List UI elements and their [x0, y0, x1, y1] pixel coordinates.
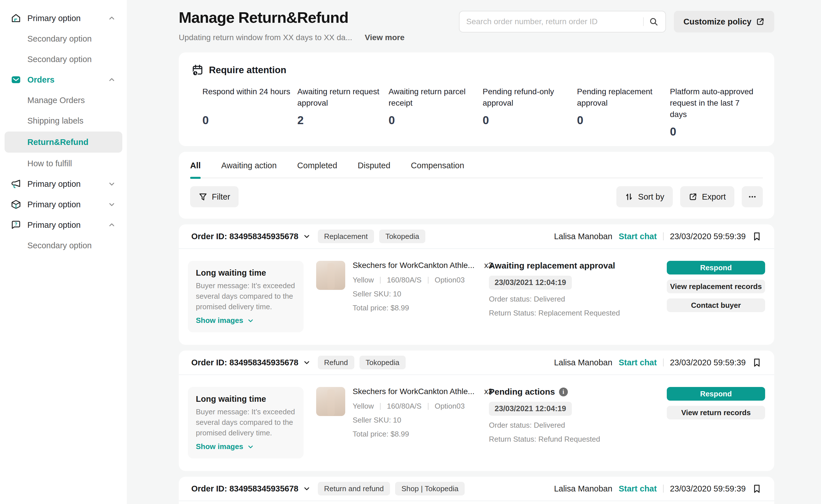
page-title: Manage Return&Refund — [179, 9, 405, 26]
more-actions-button[interactable] — [742, 186, 763, 207]
external-link-icon — [756, 17, 765, 26]
start-chat-link[interactable]: Start chat — [619, 358, 657, 367]
export-icon — [689, 192, 697, 201]
chevron-down-icon — [108, 201, 115, 208]
chat-question-icon: ? — [11, 220, 21, 230]
show-images-link[interactable]: Show images — [196, 442, 296, 451]
announcement-text: Updating return window from XX days to X… — [179, 33, 352, 42]
sidebar-item-how-to-fulfill[interactable]: How to fulfill — [0, 153, 127, 174]
chevron-down-icon — [303, 233, 311, 240]
chevron-down-icon — [108, 180, 115, 188]
search-icon[interactable] — [649, 17, 659, 26]
product-variants: Yellow 160/80A/S Option03 — [353, 402, 493, 411]
chevron-up-icon — [108, 221, 115, 229]
respond-button[interactable]: Respond — [667, 387, 765, 401]
order-card: Order ID: 834958345935678 Return and ref… — [179, 477, 774, 504]
status-title: Pending actions — [489, 387, 555, 397]
contact-buyer-button[interactable]: Contact buyer — [667, 298, 765, 312]
order-card: Order ID: 834958345935678 Refund Tokoped… — [179, 351, 774, 471]
filter-button[interactable]: Filter — [190, 186, 239, 207]
sidebar-item-manage-orders[interactable]: Manage Orders — [0, 90, 127, 110]
search-box[interactable] — [459, 11, 666, 32]
product-summary: Skechers for WorkCankton Athle... x3 Yel… — [316, 387, 476, 458]
sidebar-item-shipping-labels[interactable]: Shipping labels — [0, 110, 127, 131]
return-status-line: Return Status: Refund Requested — [489, 435, 644, 444]
search-input[interactable] — [466, 17, 641, 26]
return-status-block: Pending actions i 23/03/2021 12:04:19 Or… — [489, 387, 644, 458]
message-body: Buyer message: It’s exceeded several day… — [196, 280, 296, 312]
message-title: Long waiting time — [196, 268, 296, 278]
sidebar-item-orders[interactable]: Orders — [0, 69, 127, 90]
product-name: Skechers for WorkCankton Athle... — [353, 387, 474, 396]
order-card: Order ID: 834958345935678 Replacement To… — [179, 224, 774, 345]
message-body: Buyer message: It’s exceeded several day… — [196, 407, 296, 438]
stat-awaiting-parcel: Awaiting return parcel receipt 0 — [389, 86, 483, 138]
chevron-down-icon — [247, 317, 254, 324]
order-actions: Respond View return records — [667, 387, 765, 458]
main-content: Manage Return&Refund Updating return win… — [127, 0, 821, 504]
tab-compensation[interactable]: Compensation — [411, 161, 464, 178]
info-icon[interactable]: i — [559, 388, 568, 396]
status-deadline-badge: 23/03/2021 12:04:19 — [489, 276, 572, 290]
bookmark-button[interactable] — [752, 358, 762, 367]
order-timestamp: 23/03/2020 59:59:39 — [670, 484, 746, 493]
customize-policy-button[interactable]: Customize policy — [674, 11, 775, 32]
sidebar-item-primary-2[interactable]: Primary option — [0, 174, 127, 194]
seller-sku: Seller SKU: 10 — [353, 416, 493, 425]
order-id-toggle[interactable]: Order ID: 834958345935678 — [191, 484, 311, 493]
tab-all[interactable]: All — [190, 161, 201, 178]
search-divider — [643, 17, 644, 26]
attention-stats: Respond within 24 hours 0 Awaiting retur… — [191, 86, 762, 138]
view-return-records-button[interactable]: View return records — [667, 406, 765, 419]
seller-sku: Seller SKU: 10 — [353, 290, 493, 298]
bookmark-button[interactable] — [752, 484, 762, 493]
total-price: Total price: $8.99 — [353, 304, 493, 312]
ellipsis-icon — [748, 192, 757, 202]
start-chat-link[interactable]: Start chat — [619, 232, 657, 241]
chevron-down-icon — [303, 359, 311, 366]
divider — [663, 358, 664, 366]
channel-badge: Shop | Tokopedia — [395, 482, 465, 495]
sidebar-item-return-refund[interactable]: Return&Refund — [5, 132, 122, 153]
tab-completed[interactable]: Completed — [297, 161, 337, 178]
sidebar-item-secondary-1[interactable]: Secondary option — [0, 28, 127, 49]
sidebar-item-primary-1[interactable]: Primary option — [0, 8, 127, 28]
product-variants: Yellow 160/80A/S Option03 — [353, 276, 493, 284]
order-timestamp: 23/03/2020 59:59:39 — [670, 358, 746, 367]
sidebar-item-primary-3[interactable]: Primary option — [0, 194, 127, 215]
buyer-message-box: Long waiting time Buyer message: It’s ex… — [188, 261, 304, 332]
filter-icon — [199, 192, 207, 201]
bookmark-button[interactable] — [752, 231, 762, 241]
tab-awaiting-action[interactable]: Awaiting action — [221, 161, 277, 178]
buyer-name: Lalisa Manoban — [554, 484, 612, 493]
stat-awaiting-return-request: Awaiting return request approval 2 — [297, 86, 389, 138]
start-chat-link[interactable]: Start chat — [619, 484, 657, 493]
total-price: Total price: $8.99 — [353, 430, 493, 439]
sidebar-item-secondary-2[interactable]: Secondary option — [0, 49, 127, 69]
require-attention-card: Require attention Respond within 24 hour… — [179, 52, 774, 146]
respond-button[interactable]: Respond — [667, 261, 765, 274]
sidebar: Primary option Secondary option Secondar… — [0, 0, 127, 504]
message-title: Long waiting time — [196, 394, 296, 404]
view-more-link[interactable]: View more — [365, 33, 405, 42]
product-name: Skechers for WorkCankton Athle... — [353, 261, 474, 270]
chevron-up-icon — [108, 76, 115, 83]
order-status-line: Order status: Delivered — [489, 421, 644, 430]
sidebar-item-secondary-3[interactable]: Secondary option — [0, 235, 127, 256]
order-id-toggle[interactable]: Order ID: 834958345935678 — [191, 232, 311, 241]
return-status-block: Awaiting replacement approval 23/03/2021… — [489, 261, 644, 332]
sort-icon — [625, 192, 634, 201]
stat-pending-replacement: Pending replacement approval 0 — [577, 86, 670, 138]
sidebar-item-primary-4[interactable]: ? Primary option — [0, 215, 127, 235]
order-id-toggle[interactable]: Order ID: 834958345935678 — [191, 358, 311, 367]
sort-by-button[interactable]: Sort by — [616, 186, 673, 207]
calendar-clock-icon — [191, 64, 204, 76]
show-images-link[interactable]: Show images — [196, 316, 296, 325]
home-icon — [11, 13, 21, 23]
view-replacement-records-button[interactable]: View replacement records — [667, 280, 765, 293]
order-type-badge: Return and refund — [318, 482, 390, 495]
buyer-name: Lalisa Manoban — [554, 358, 612, 367]
export-button[interactable]: Export — [680, 186, 734, 207]
return-status-line: Return Status: Replacement Requested — [489, 309, 644, 317]
tab-disputed[interactable]: Disputed — [358, 161, 390, 178]
